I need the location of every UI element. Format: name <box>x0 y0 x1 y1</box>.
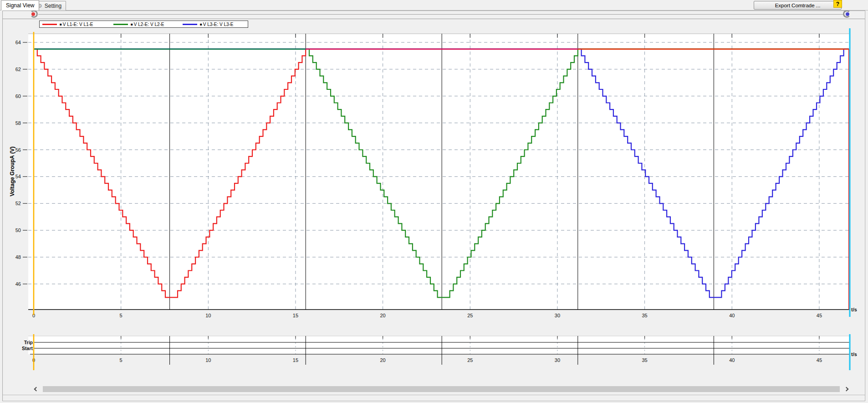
legend-series-name: V L2-E: V L2-E <box>134 22 164 27</box>
legend-series-name: V L1-E: V L1-E <box>63 22 93 27</box>
y-tick-label: 60 <box>15 93 21 99</box>
legend-entry-l2: ■ V L2-E: V L2-E <box>113 21 164 27</box>
digital-x-axis-unit-label: t/s <box>851 351 857 357</box>
digital-row-label: Trip <box>24 340 33 345</box>
legend-marker: ■ <box>131 22 133 26</box>
x-tick-label: 35 <box>642 313 647 318</box>
y-tick-label: 54 <box>15 174 21 179</box>
digital-x-tick-label: 40 <box>729 357 735 363</box>
chevron-right-icon <box>844 387 849 392</box>
y-tick-label: 56 <box>15 147 21 153</box>
charts-canvas: 64626058565452504846051015202530354045Vo… <box>0 0 868 403</box>
legend-line-sample <box>113 24 128 25</box>
digital-x-tick-label: 15 <box>293 357 298 363</box>
tab-setting-label: Setting <box>45 3 61 9</box>
legend-marker: ■ <box>60 22 62 26</box>
digital-x-tick-label: 25 <box>467 357 473 363</box>
y-tick-label: 50 <box>15 227 21 233</box>
digital-x-tick-label: 5 <box>120 357 123 363</box>
legend-entry-l1: ■ V L1-E: V L1-E <box>42 21 93 27</box>
x-tick-label: 5 <box>120 313 123 318</box>
legend-line-sample <box>183 24 197 25</box>
legend-entry-l3: ■ V L3-E: V L3-E <box>183 21 234 27</box>
x-tick-label: 10 <box>205 313 211 318</box>
digital-row-label: Start <box>22 346 33 351</box>
signal-viewer-window: Signal View ⚙ Setting Export Comtrade ..… <box>0 0 868 403</box>
x-tick-label: 30 <box>555 313 560 318</box>
y-tick-label: 48 <box>15 254 21 260</box>
legend-marker: ■ <box>200 22 202 26</box>
x-axis-unit-label: t/s <box>851 307 857 312</box>
scroll-right-button[interactable] <box>843 386 851 393</box>
legend-label: ■ V L3-E: V L3-E <box>200 22 234 27</box>
bottom-separator <box>3 395 865 395</box>
timeline-slider-track[interactable] <box>38 14 844 15</box>
digital-x-tick-label: 20 <box>380 357 386 363</box>
digital-x-tick-label: 10 <box>205 357 211 363</box>
horizontal-scrollbar[interactable] <box>32 386 851 393</box>
chevron-left-icon <box>34 387 39 392</box>
digital-plot-area <box>28 336 850 354</box>
tab-signal-view[interactable]: Signal View <box>1 0 39 10</box>
x-tick-label: 15 <box>293 313 298 318</box>
legend-series-name: V L3-E: V L3-E <box>203 22 234 27</box>
y-axis-title: Voltage GroupA (V) <box>9 146 15 196</box>
tab-bar: Signal View ⚙ Setting Export Comtrade ..… <box>0 0 868 10</box>
legend-label: ■ V L1-E: V L1-E <box>60 22 93 27</box>
chart-legend: ■ V L1-E: V L1-E ■ V L2-E: V L2-E ■ V L3… <box>39 21 248 28</box>
end-handle-dot <box>846 12 849 16</box>
scrollbar-thumb[interactable] <box>43 386 840 392</box>
digital-x-tick-label: 45 <box>817 357 822 363</box>
scroll-left-button[interactable] <box>32 386 40 393</box>
x-tick-label: 20 <box>380 313 386 318</box>
x-tick-label: 45 <box>817 313 822 318</box>
y-tick-label: 58 <box>15 120 21 126</box>
x-tick-label: 40 <box>729 313 735 318</box>
timeline-start-handle[interactable] <box>30 10 38 18</box>
legend-line-sample <box>42 24 57 25</box>
x-tick-label: 25 <box>467 313 473 318</box>
digital-x-tick-label: 35 <box>642 357 647 363</box>
digital-x-tick-label: 30 <box>555 357 560 363</box>
timeline-end-handle[interactable] <box>843 10 851 18</box>
start-handle-dot <box>31 12 35 16</box>
help-badge[interactable]: ? <box>833 0 842 8</box>
legend-label: ■ V L2-E: V L2-E <box>131 22 164 27</box>
tab-signal-view-label: Signal View <box>6 2 34 9</box>
y-tick-label: 62 <box>15 67 21 72</box>
y-tick-label: 64 <box>15 40 21 45</box>
y-tick-label: 46 <box>15 281 21 287</box>
y-tick-label: 52 <box>15 201 21 206</box>
export-comtrade-button[interactable]: Export Comtrade ... <box>754 1 842 10</box>
